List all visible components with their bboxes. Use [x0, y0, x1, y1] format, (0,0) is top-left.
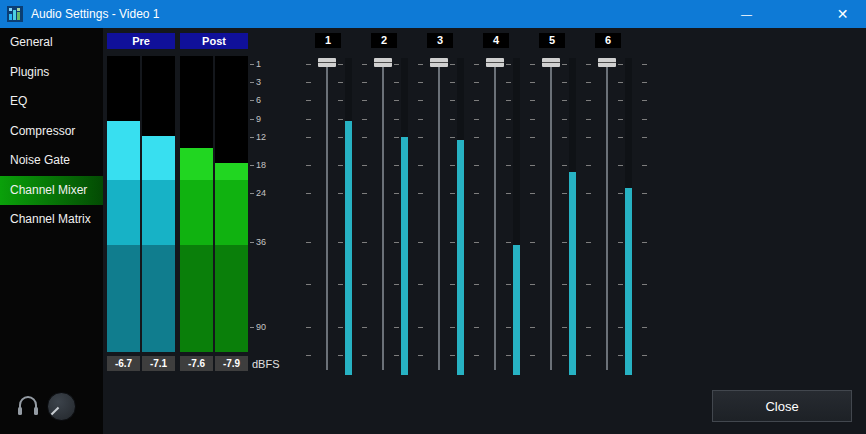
channel-6-strip [580, 58, 636, 375]
channel-4-strip [468, 58, 524, 375]
tick-marks [506, 58, 511, 375]
sidebar-item-channel-mixer[interactable]: Channel Mixer [0, 176, 103, 206]
fader-track[interactable] [494, 62, 496, 370]
meter-value-pre-2: -7.1 [142, 356, 175, 371]
fader-track[interactable] [606, 62, 608, 370]
channel-3-label: 3 [427, 33, 453, 48]
pre-meter-2 [142, 56, 175, 352]
tick-marks [530, 58, 535, 375]
channel-level-meter [513, 58, 520, 375]
scale-label: 6 [250, 95, 261, 105]
fader-track[interactable] [550, 62, 552, 370]
knob-pointer-line [51, 407, 59, 415]
fader-handle[interactable] [486, 58, 504, 67]
sidebar-item-eq[interactable]: EQ [0, 87, 103, 117]
sidebar-item-noise-gate[interactable]: Noise Gate [0, 146, 103, 176]
tick-marks [362, 58, 367, 375]
channel-3-strip [412, 58, 468, 375]
app-icon [7, 6, 23, 22]
titlebar: Audio Settings - Video 1 — ✕ [0, 0, 866, 28]
fader-handle[interactable] [318, 58, 336, 67]
tick-marks [562, 58, 567, 375]
channel-2-strip [356, 58, 412, 375]
close-window-button[interactable]: ✕ [819, 0, 866, 28]
sidebar-item-plugins[interactable]: Plugins [0, 58, 103, 88]
fader-handle[interactable] [374, 58, 392, 67]
post-meter-1 [180, 56, 213, 352]
tick-marks [642, 58, 647, 375]
channel-6-label: 6 [595, 33, 621, 48]
channel-5-label: 5 [539, 33, 565, 48]
pre-meter-1 [107, 56, 140, 352]
sidebar-item-channel-matrix[interactable]: Channel Matrix [0, 205, 103, 235]
channel-level-meter [457, 58, 464, 375]
tick-marks [418, 58, 423, 375]
tick-marks [338, 58, 343, 375]
channel-1-label: 1 [315, 33, 341, 48]
headphones-icon[interactable] [16, 393, 40, 419]
channel-2-label: 2 [371, 33, 397, 48]
tick-marks [394, 58, 399, 375]
scale-label: 18 [250, 160, 266, 170]
sidebar: General Plugins EQ Compressor Noise Gate… [0, 28, 103, 434]
sidebar-item-compressor[interactable]: Compressor [0, 117, 103, 147]
dbfs-label: dBFS [252, 357, 280, 372]
audio-settings-window: Audio Settings - Video 1 — ✕ General Plu… [0, 0, 866, 434]
post-meter-label: Post [180, 33, 248, 49]
channel-level-meter [345, 58, 352, 375]
scale-label: 12 [250, 132, 266, 142]
tick-marks [586, 58, 591, 375]
channel-level-meter [569, 58, 576, 375]
channel-5-strip [524, 58, 580, 375]
tick-marks [618, 58, 623, 375]
meter-value-pre-1: -6.7 [107, 356, 140, 371]
channel-4-label: 4 [483, 33, 509, 48]
minimize-button[interactable]: — [723, 0, 770, 28]
window-title: Audio Settings - Video 1 [31, 7, 160, 21]
fader-handle[interactable] [598, 58, 616, 67]
monitor-volume-knob[interactable] [47, 392, 76, 421]
fader-track[interactable] [438, 62, 440, 370]
channel-level-meter [625, 58, 632, 375]
fader-handle[interactable] [542, 58, 560, 67]
scale-label: 24 [250, 188, 266, 198]
sidebar-item-general[interactable]: General [0, 28, 103, 58]
post-meter-2 [215, 56, 248, 352]
scale-label: 9 [250, 114, 261, 124]
tick-marks [474, 58, 479, 375]
fader-handle[interactable] [430, 58, 448, 67]
scale-label: 36 [250, 237, 266, 247]
fader-track[interactable] [382, 62, 384, 370]
scale-label: 1 [250, 59, 261, 69]
channel-1-strip [300, 58, 356, 375]
pre-meter-label: Pre [107, 33, 175, 49]
channel-level-meter [401, 58, 408, 375]
meter-value-post-2: -7.9 [215, 356, 248, 371]
fader-track[interactable] [326, 62, 328, 370]
tick-marks [450, 58, 455, 375]
tick-marks [306, 58, 311, 375]
scale-label: 3 [250, 77, 261, 87]
scale-label: 90 [250, 322, 266, 332]
db-scale: 1 3 6 9 12 18 24 36 90 [250, 56, 280, 373]
meter-value-post-1: -7.6 [180, 356, 213, 371]
close-dialog-button[interactable]: Close [712, 390, 852, 422]
